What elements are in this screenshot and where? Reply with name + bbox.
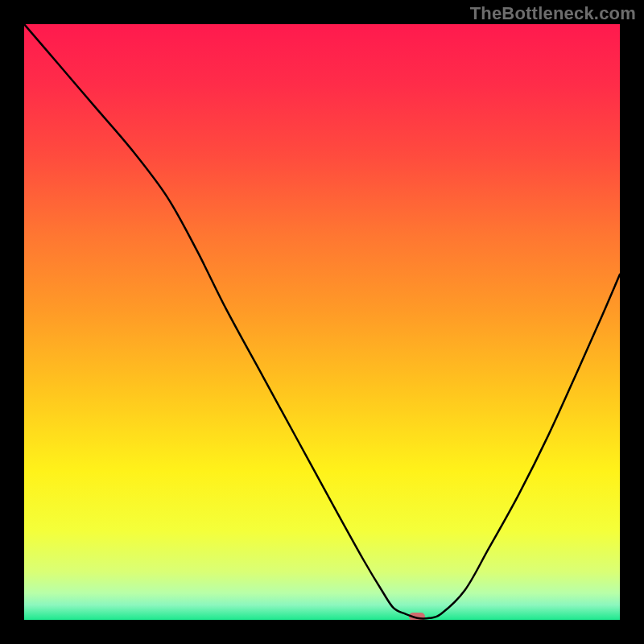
- chart-frame: TheBottleneck.com: [0, 0, 644, 644]
- plot-area: [24, 24, 620, 620]
- bottleneck-curve: [24, 24, 620, 620]
- watermark: TheBottleneck.com: [470, 3, 636, 24]
